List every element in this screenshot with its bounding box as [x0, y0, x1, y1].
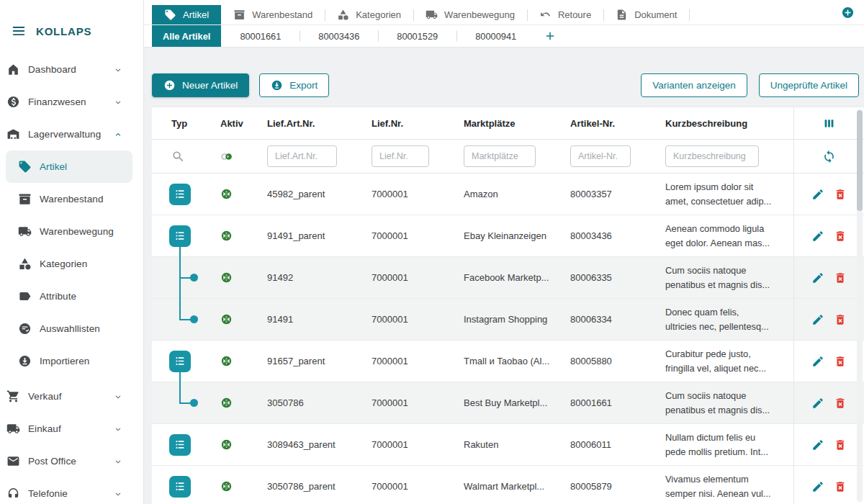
sidebar-item-kategorien[interactable]: Kategorien	[0, 248, 143, 280]
sidebar-item-lagerverwaltung[interactable]: Lagerverwaltung	[0, 118, 143, 150]
cell-lief-art-nr: 45982_parent	[267, 189, 325, 199]
table-row[interactable]: 30507867000001Best Buy Marketpl...800016…	[152, 382, 864, 424]
parent-type-button[interactable]	[169, 351, 191, 372]
new-article-button[interactable]: Neuer Artikel	[152, 73, 249, 97]
cell-lief-nr: 7000001	[372, 439, 408, 450]
show-variants-button[interactable]: Varianten anzeigen	[641, 73, 747, 97]
delete-button[interactable]	[834, 397, 847, 410]
table-row[interactable]: 914917000001Instagram Shopping80006334Do…	[152, 299, 864, 341]
article-tab-80003436[interactable]: 80003436	[300, 25, 378, 47]
active-status-icon	[220, 438, 233, 451]
article-tab-alle-artikel[interactable]: Alle Artikel	[152, 25, 221, 47]
cell-artikel-nr: 80005879	[570, 481, 612, 492]
tree-connector-line	[179, 372, 181, 382]
parent-type-button[interactable]	[169, 434, 191, 456]
sidebar-item-importieren[interactable]: Importieren	[0, 345, 143, 377]
tab-kategorien[interactable]: Kategorien	[325, 5, 413, 24]
table-row[interactable]: 45982_parent7000001Amazon80003357Lorem i…	[152, 174, 864, 215]
download-circle-icon	[271, 79, 283, 91]
edit-button[interactable]	[811, 230, 824, 243]
tab-warenbestand[interactable]: Warenbestand	[221, 5, 325, 24]
sidebar-item-label: Warenbewegung	[40, 226, 114, 237]
menu-icon[interactable]	[11, 23, 27, 39]
cell-marktplatz: Rakuten	[464, 439, 498, 450]
add-module-tab-button[interactable]	[841, 6, 855, 19]
tab-label: Artikel	[183, 9, 209, 20]
delete-button[interactable]	[834, 480, 847, 493]
search-icon[interactable]	[171, 150, 185, 163]
delete-button[interactable]	[834, 230, 847, 243]
sidebar-item-post-office[interactable]: Post Office	[0, 445, 143, 477]
edit-button[interactable]	[811, 313, 824, 326]
sidebar-item-einkauf[interactable]: Einkauf	[0, 413, 143, 445]
edit-button[interactable]	[811, 480, 824, 493]
sidebar-item-label: Dashboard	[28, 64, 76, 75]
tab-warenbewegung[interactable]: Warenbewegung	[413, 5, 527, 24]
cell-artikel-nr: 80006335	[570, 272, 612, 283]
table-row[interactable]: 3089463_parent7000001Rakuten80006011Null…	[152, 424, 864, 466]
article-tab-80000941[interactable]: 80000941	[456, 25, 535, 47]
add-article-tab-button[interactable]	[544, 30, 557, 42]
edit-button[interactable]	[811, 397, 824, 410]
export-button[interactable]: Export	[259, 73, 329, 97]
articles-table: TypAktivLief.Art.Nr.Lief.Nr.MarktplätzeA…	[152, 107, 864, 504]
sidebar-item-label: Finanzwesen	[28, 96, 86, 107]
chevron-down-icon	[113, 456, 123, 467]
sidebar-item-warenbestand[interactable]: Warenbestand	[0, 183, 143, 215]
list-icon	[173, 437, 188, 452]
filter-input-kurzbeschreibung[interactable]	[665, 145, 759, 167]
scrollbar-thumb[interactable]	[857, 110, 863, 211]
sidebar-item-attribute[interactable]: Attribute	[0, 280, 143, 312]
refresh-icon[interactable]	[822, 150, 836, 163]
parent-type-button[interactable]	[169, 184, 191, 205]
tab-retoure[interactable]: Retoure	[527, 5, 603, 24]
aktiv-filter-toggle-icon[interactable]	[220, 150, 234, 163]
delete-button[interactable]	[834, 313, 847, 326]
table-row[interactable]: 91491_parent7000001Ebay Kleinanzeigen800…	[152, 215, 864, 257]
list-icon	[173, 479, 188, 494]
edit-button[interactable]	[811, 355, 824, 368]
delete-button[interactable]	[834, 271, 847, 284]
list-icon	[173, 354, 188, 369]
tree-connector-dot	[190, 274, 198, 282]
table-row[interactable]: 91657_parent7000001Tmall и Taobao (Al...…	[152, 341, 864, 382]
filter-input-lief-art-nr[interactable]	[267, 145, 337, 167]
column-header-lief-art-nr: Lief.Art.Nr.	[267, 118, 315, 129]
unchecked-articles-button[interactable]: Ungeprüfte Artikel	[759, 73, 859, 97]
cell-lief-art-nr: 3089463_parent	[267, 439, 336, 450]
cell-kurzbeschreibung: Cum sociis natoquepenatibus et magnis di…	[665, 389, 770, 416]
tab-artikel[interactable]: Artikel	[152, 5, 221, 24]
cart-icon	[6, 390, 20, 403]
document-icon	[616, 9, 628, 21]
edit-button[interactable]	[811, 438, 824, 451]
sidebar-item-dashboard[interactable]: Dashboard	[0, 53, 143, 86]
edit-button[interactable]	[811, 188, 824, 201]
sidebar-item-artikel[interactable]: Artikel	[6, 150, 132, 183]
article-tab-80001529[interactable]: 80001529	[378, 25, 456, 47]
column-header-typ: Typ	[171, 118, 187, 129]
article-tab-80001661[interactable]: 80001661	[221, 25, 300, 47]
table-row[interactable]: 3050786_parent7000001Walmart Marketpl...…	[152, 466, 864, 504]
filter-input-marktplatze[interactable]	[464, 145, 536, 167]
sidebar-item-finanzwesen[interactable]: Finanzwesen	[0, 86, 143, 118]
sidebar-item-telefonie[interactable]: Telefonie	[0, 477, 143, 504]
sidebar-item-warenbewegung[interactable]: Warenbewegung	[0, 215, 143, 248]
filter-input-artikel-nr[interactable]	[570, 145, 631, 167]
tab-dokument[interactable]: Dokument	[603, 5, 689, 24]
active-status-icon	[220, 230, 233, 242]
cell-lief-nr: 7000001	[372, 481, 408, 492]
table-row[interactable]: 914927000001Facebook Marketp...80006335C…	[152, 257, 864, 299]
view-columns-icon[interactable]	[822, 117, 836, 130]
sidebar-item-auswahllisten[interactable]: Auswahllisten	[0, 312, 143, 345]
sidebar-item-label: Artikel	[40, 161, 67, 172]
tag-icon	[18, 160, 32, 174]
delete-button[interactable]	[834, 188, 847, 201]
filter-input-lief-nr[interactable]	[372, 145, 429, 167]
tab-label: Retoure	[558, 9, 591, 20]
parent-type-button[interactable]	[169, 476, 191, 498]
edit-button[interactable]	[811, 271, 824, 284]
sidebar-item-verkauf[interactable]: Verkauf	[0, 380, 143, 413]
parent-type-button[interactable]	[169, 225, 191, 247]
delete-button[interactable]	[834, 438, 847, 451]
delete-button[interactable]	[834, 355, 847, 368]
